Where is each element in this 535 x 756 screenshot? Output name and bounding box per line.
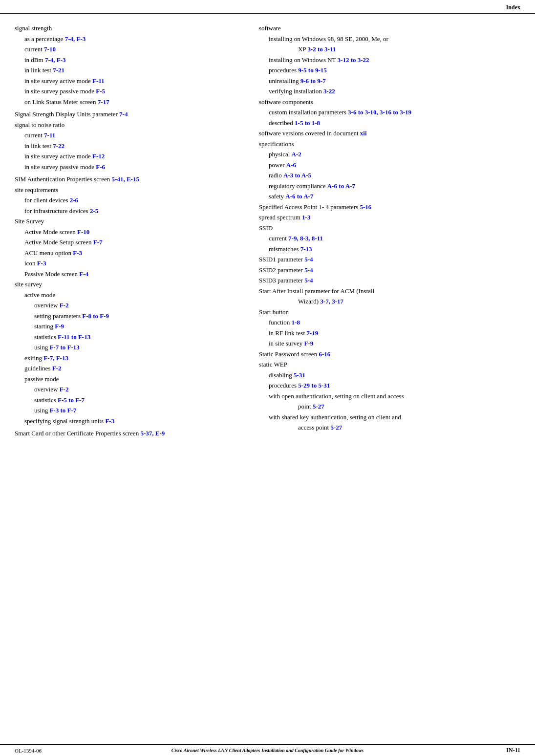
entry-link[interactable]: F-11 to F-13: [58, 333, 90, 341]
index-entry: Start button: [259, 307, 515, 317]
entry-link[interactable]: A-2: [292, 151, 301, 158]
entry-link[interactable]: F-3: [73, 249, 82, 257]
entry-link[interactable]: F-7, F-13: [43, 354, 68, 362]
entry-link[interactable]: 5-41, E-15: [112, 175, 139, 183]
entry-link[interactable]: F-2: [60, 386, 69, 393]
entry-link[interactable]: F-3 to F-7: [49, 407, 76, 414]
entry-text: described: [269, 119, 293, 127]
entry-link[interactable]: A-3 to A-5: [283, 172, 311, 179]
entry-link[interactable]: 1-8: [292, 319, 300, 326]
entry-link[interactable]: 5-4: [304, 266, 313, 274]
index-entry: uninstalling 9-6 to 9-7: [259, 76, 515, 86]
entry-link[interactable]: F-10: [77, 228, 89, 236]
index-entry: statistics F-5 to F-7: [15, 395, 239, 405]
entry-link[interactable]: F-6: [96, 163, 105, 171]
entry-link[interactable]: 3-2 to 3-11: [307, 45, 336, 53]
index-entry: software components: [259, 97, 515, 107]
entry-text: exiting: [24, 354, 42, 362]
entry-link[interactable]: F-2: [52, 365, 62, 372]
entry-link[interactable]: xii: [360, 130, 367, 137]
entry-text: safety: [269, 193, 284, 200]
entry-link[interactable]: 3-6 to 3-10, 3-16 to 3-19: [348, 108, 411, 116]
entry-link[interactable]: F-7 to F-13: [49, 344, 79, 351]
entry-text: spread spectrum: [259, 214, 300, 221]
entry-link[interactable]: 9-6 to 9-7: [300, 77, 326, 85]
index-entry: software: [259, 23, 515, 33]
index-entry: Active Mode Setup screen F-7: [15, 238, 239, 247]
entry-text: overview: [34, 386, 58, 393]
entry-link[interactable]: F-12: [92, 152, 105, 160]
entry-link[interactable]: 5-31: [294, 371, 305, 379]
entry-link[interactable]: F-7: [93, 238, 103, 246]
index-entry: SSID1 parameter 5-4: [259, 255, 515, 264]
index-entry: in site survey passive mode F-5: [15, 86, 239, 96]
entry-link[interactable]: 5-4: [304, 277, 313, 284]
entry-text: in site survey: [269, 340, 302, 347]
entry-text: setting parameters: [34, 312, 81, 320]
entry-text: starting: [34, 323, 53, 330]
index-entry: site survey: [15, 280, 239, 289]
entry-link[interactable]: F-5: [96, 87, 105, 95]
entry-text: XP: [298, 45, 307, 53]
entry-link[interactable]: 7-13: [300, 245, 312, 253]
entry-link[interactable]: 7-10: [44, 45, 56, 53]
entry-link[interactable]: 5-4: [304, 256, 313, 263]
entry-text: software versions covered in document: [259, 130, 359, 137]
entry-text: in RF link test: [269, 329, 305, 337]
entry-link[interactable]: F-9: [304, 340, 314, 347]
index-entry: in RF link test 7-19: [259, 328, 515, 338]
entry-text: uninstalling: [269, 77, 299, 85]
entry-link[interactable]: 7-4: [119, 110, 128, 118]
entry-link[interactable]: 2-6: [70, 196, 78, 204]
index-entry: in link test 7-21: [15, 65, 239, 75]
entry-link[interactable]: 7-17: [98, 98, 109, 106]
entry-link[interactable]: F-11: [92, 77, 105, 85]
entry-link[interactable]: 3-12 to 3-22: [338, 56, 369, 64]
entry-link[interactable]: 7-4, F-3: [65, 35, 86, 43]
entry-link[interactable]: 5-29 to 5-31: [298, 382, 330, 389]
index-entry: in site survey F-9: [259, 339, 515, 348]
entry-link[interactable]: F-3: [37, 259, 46, 267]
index-entry: setting parameters F-8 to F-9: [15, 311, 239, 321]
entry-link[interactable]: 1-3: [302, 214, 310, 221]
entry-link[interactable]: F-4: [79, 270, 88, 278]
entry-link[interactable]: F-8 to F-9: [82, 312, 109, 320]
entry-link[interactable]: 5-27: [330, 424, 342, 431]
entry-link[interactable]: 5-27: [313, 403, 324, 410]
index-entry: starting F-9: [15, 322, 239, 331]
entry-link[interactable]: 7-9, 8-3, 8-11: [288, 235, 323, 242]
entry-link[interactable]: 7-21: [53, 66, 64, 74]
entry-link[interactable]: 1-5 to 1-8: [295, 119, 320, 127]
entry-link[interactable]: 9-5 to 9-15: [298, 66, 327, 74]
entry-link[interactable]: 3-7, 3-17: [320, 298, 343, 305]
index-entry: static WEP: [259, 360, 515, 369]
entry-link[interactable]: F-9: [55, 323, 64, 330]
entry-link[interactable]: 2-5: [90, 207, 98, 215]
entry-link[interactable]: F-3: [105, 417, 114, 425]
index-entry: installing on Windows NT 3-12 to 3-22: [259, 55, 515, 65]
entry-link[interactable]: A-6: [286, 161, 296, 169]
index-entry: in site survey active mode F-11: [15, 76, 239, 86]
entry-link[interactable]: 7-11: [44, 131, 55, 139]
index-entry: specifications: [259, 139, 515, 149]
index-entry: using F-7 to F-13: [15, 343, 239, 352]
entry-link[interactable]: 5-16: [360, 203, 372, 211]
entry-link[interactable]: 7-4, F-3: [45, 56, 66, 64]
main-content: signal strengthas a percentage 7-4, F-3c…: [0, 14, 535, 439]
entry-link[interactable]: A-6 to A-7: [327, 182, 355, 190]
entry-link[interactable]: A-6 to A-7: [285, 193, 313, 200]
entry-link[interactable]: F-2: [60, 302, 69, 309]
entry-link[interactable]: 5-37, E-9: [140, 430, 165, 437]
index-entry: Site Survey: [15, 216, 239, 226]
footer-center-text: Cisco Aironet Wireless LAN Client Adapte…: [54, 748, 481, 753]
entry-text: installing on Windows 98, 98 SE, 2000, M…: [269, 35, 388, 43]
entry-link[interactable]: 6-16: [319, 350, 330, 358]
entry-link[interactable]: 3-22: [323, 87, 335, 95]
entry-link[interactable]: 7-22: [53, 142, 64, 150]
entry-link[interactable]: F-5 to F-7: [58, 396, 85, 404]
entry-text: in site survey passive mode: [24, 87, 94, 95]
index-entry: software versions covered in document xi…: [259, 129, 515, 138]
right-column: softwareinstalling on Windows 98, 98 SE,…: [249, 23, 515, 439]
entry-link[interactable]: 7-19: [306, 329, 318, 337]
entry-text: installing on Windows NT: [269, 56, 336, 64]
